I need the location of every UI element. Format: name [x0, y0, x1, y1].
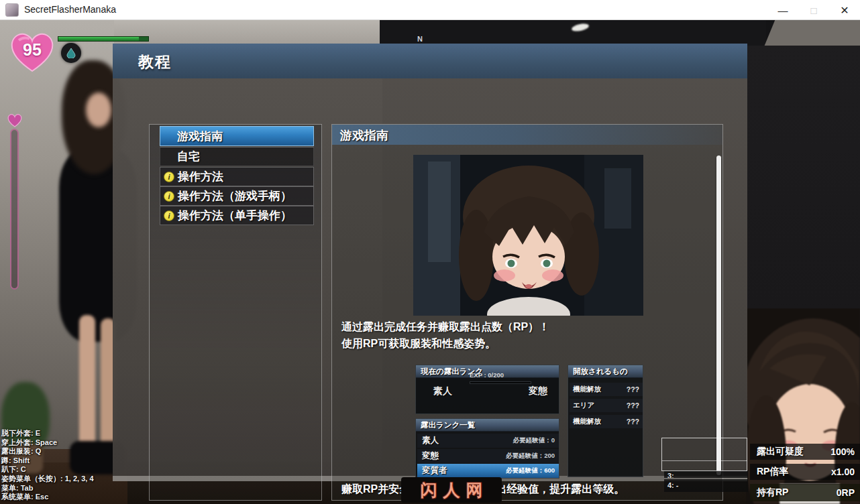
- rank-list-title: 露出ランク一覧: [416, 419, 559, 432]
- menu-item-label: 自宅: [177, 149, 200, 164]
- close-button[interactable]: ✕: [829, 0, 860, 20]
- keybind-line: 菜单: Tab: [1, 484, 129, 493]
- rank-name: 変質者: [422, 465, 447, 477]
- menu-item-label: 操作方法: [178, 169, 223, 184]
- menu-item-controls[interactable]: i 操作方法: [160, 167, 314, 186]
- stat-value: 100%: [830, 446, 855, 457]
- keybind-line: 趴下: C: [1, 465, 129, 475]
- menu-item-label: 操作方法（游戏手柄）: [178, 188, 292, 204]
- hud-frame-box: [661, 438, 747, 471]
- stat-row-rp-held: 持有RP 0RP: [750, 484, 860, 501]
- unlock-value: ???: [627, 401, 639, 410]
- unlock-value: ???: [627, 418, 639, 426]
- rank-name: 変態: [422, 450, 439, 462]
- stat-label: RP倍率: [757, 466, 788, 478]
- rank-list-panel: 露出ランク一覧 素人 必要経験値：0 変態 必要経験値：200 変質者 必要: [415, 418, 559, 479]
- rank-row: 素人 必要経験値：0: [417, 434, 559, 448]
- excitement-gauge: [10, 129, 19, 290]
- rank-requirement: 必要経験値：200: [506, 452, 555, 460]
- exp-progress-bar: [470, 381, 531, 384]
- unlock-row: 機能解放 ???: [570, 383, 643, 396]
- tutorial-paragraph: 通过露出完成任务并赚取露出点数（RP）！ 使用RP可获取服装和性感姿势。: [341, 318, 704, 352]
- minimize-button[interactable]: —: [767, 0, 798, 20]
- app-window: SecretFlasherManaka — □ ✕ N: [0, 0, 860, 504]
- keybind-line: 蹲: Shift: [1, 456, 129, 466]
- rank-name: 素人: [422, 435, 439, 446]
- unlock-value: ???: [627, 385, 639, 393]
- menu-item-label: 操作方法（单手操作）: [178, 208, 292, 223]
- menu-item-home[interactable]: 自宅: [160, 147, 314, 166]
- stat-value: x1.00: [831, 466, 855, 477]
- rp-stats-panel: 露出可疑度 100% RP倍率 x1.00 持有RP 0RP: [750, 444, 860, 504]
- keybind-line: 脱下外套: E: [1, 429, 129, 438]
- paragraph-line: 通过露出完成任务并赚取露出点数（RP）！: [341, 318, 704, 335]
- rank-row-selected: 変質者 必要経験値：600: [417, 464, 559, 478]
- rank-requirement: 必要経験値：0: [513, 436, 555, 445]
- hotbar-slot-3: 3:: [664, 470, 748, 478]
- rank-row: 変態 必要経験値：200: [417, 449, 559, 463]
- keybind-line: 穿上外套: Space: [1, 438, 129, 448]
- ceiling-light: [571, 22, 590, 32]
- window-title: SecretFlasherManaka: [24, 4, 116, 15]
- unlock-header: 開放されるもの: [568, 365, 643, 378]
- health-heart-icon: [9, 31, 55, 74]
- unlock-panel: 開放されるもの 機能解放 ??? エリア ??? 機能解放 ???: [568, 365, 643, 477]
- keybind-line: 姿势菜单（长按）: 1, 2, 3, 4: [1, 475, 129, 484]
- menu-item-game-guide[interactable]: 游戏指南: [160, 126, 314, 146]
- stat-value: 0RP: [837, 487, 855, 498]
- watermark-logo: 闪人网: [401, 477, 502, 503]
- unlock-row: 機能解放 ???: [570, 415, 643, 428]
- scene-n-label: N: [417, 35, 423, 43]
- stamina-bar: [58, 36, 149, 42]
- stat-label: 露出可疑度: [757, 446, 804, 458]
- next-rank-name: 変態: [529, 385, 547, 397]
- info-icon: i: [164, 210, 174, 221]
- rank-list-header: 露出ランク一覧: [416, 419, 559, 432]
- keybind-hints: 脱下外套: E 穿上外套: Space 露出服装: Q 蹲: Shift 趴下:…: [1, 429, 129, 502]
- info-icon: i: [164, 191, 174, 202]
- unlock-name: 機能解放: [573, 385, 601, 394]
- stat-label: 持有RP: [757, 487, 788, 499]
- content-header-title: 游戏指南: [340, 127, 388, 143]
- content-header: 游戏指南: [332, 125, 723, 145]
- scene-wall-corner: [763, 20, 860, 48]
- stamina-bar-tip: [139, 37, 148, 41]
- game-viewport: N: [0, 20, 860, 504]
- watermark-text: 闪人网: [415, 479, 489, 501]
- unlock-name: 機能解放: [573, 417, 601, 426]
- content-scrollbar-thumb[interactable]: [716, 155, 721, 475]
- title-bar: SecretFlasherManaka — □ ✕: [0, 0, 860, 20]
- current-rank-panel: 現在の露出ランク 素人 EXP : 0/200 変態: [415, 365, 559, 414]
- keybind-line: 露出服装: Q: [1, 447, 129, 456]
- scene-wall-strip: [114, 20, 380, 46]
- tutorial-dialog: 教程 游戏指南 自宅 i 操作方法 i: [113, 44, 747, 476]
- maximize-button[interactable]: □: [798, 0, 829, 20]
- rank-requirement: 必要経験値：600: [506, 466, 555, 475]
- unlock-title: 開放されるもの: [568, 365, 643, 378]
- menu-item-controls-onehand[interactable]: i 操作方法（单手操作）: [160, 206, 314, 225]
- excitement-heart-icon: [7, 113, 23, 129]
- stat-row-suspicion: 露出可疑度 100%: [750, 444, 860, 460]
- hud-frame-line: [662, 460, 747, 461]
- menu-item-label: 游戏指南: [177, 129, 223, 144]
- tutorial-illustration: [413, 155, 643, 316]
- water-drop-icon: [61, 43, 81, 63]
- player-character-face: [86, 92, 111, 127]
- keybind-line: 系统菜单: Esc: [1, 493, 129, 502]
- unlock-name: エリア: [573, 401, 594, 410]
- dialog-title: 教程: [138, 52, 172, 72]
- current-rank-exp: EXP : 0/200: [470, 371, 504, 379]
- tutorial-menu: 游戏指南 自宅 i 操作方法 i 操作方法（游戏手柄） i: [149, 124, 322, 501]
- scene-dark-right: [747, 46, 860, 475]
- scene-ceiling: [380, 20, 766, 47]
- app-icon: [5, 3, 19, 17]
- unlock-row: エリア ???: [570, 399, 643, 412]
- info-icon: i: [164, 172, 174, 182]
- menu-item-controls-gamepad[interactable]: i 操作方法（游戏手柄）: [160, 186, 314, 206]
- current-rank-name: 素人: [433, 385, 452, 397]
- stat-row-rp-multiplier: RP倍率 x1.00: [750, 464, 860, 480]
- hotbar-slot-4: 4: -: [664, 479, 748, 492]
- paragraph-line: 使用RP可获取服装和性感姿势。: [341, 335, 704, 352]
- dialog-body: 游戏指南 自宅 i 操作方法 i 操作方法（游戏手柄） i: [113, 78, 747, 476]
- dialog-header: 教程: [113, 44, 747, 78]
